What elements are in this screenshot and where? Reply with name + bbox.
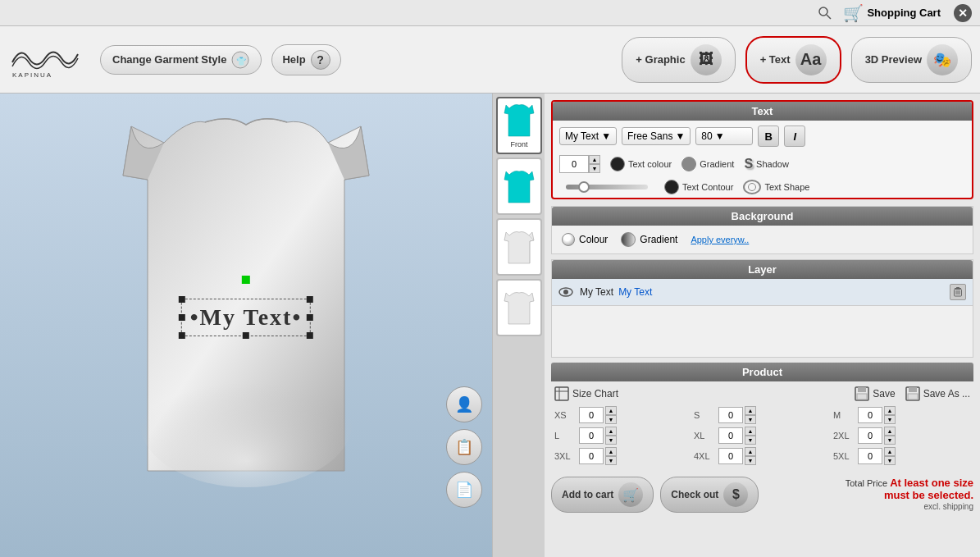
l-spin-down[interactable]: ▼ bbox=[605, 436, 617, 445]
size-4xl-input[interactable] bbox=[718, 448, 743, 464]
font-name-value: Free Sans bbox=[627, 130, 672, 142]
svg-point-5 bbox=[139, 356, 353, 487]
search-icon-btn[interactable] bbox=[814, 2, 836, 25]
layer-name-blue: My Text bbox=[618, 286, 652, 298]
2xl-spin-up[interactable]: ▲ bbox=[884, 427, 896, 436]
save-button[interactable]: Save bbox=[855, 386, 895, 401]
spin-down[interactable]: ▼ bbox=[589, 164, 600, 173]
text-button-label: + Text bbox=[760, 53, 791, 66]
xs-spin-up[interactable]: ▲ bbox=[605, 406, 617, 415]
svg-rect-9 bbox=[956, 287, 959, 289]
font-size-dropdown[interactable]: 80 ▼ bbox=[695, 127, 753, 145]
3xl-spin-up[interactable]: ▲ bbox=[605, 447, 617, 456]
xl-spin-up[interactable]: ▲ bbox=[745, 427, 756, 436]
text-shape-option[interactable]: Text Shape bbox=[743, 180, 809, 194]
thumbnail-front[interactable]: Front bbox=[496, 97, 542, 154]
shirt-text-container[interactable]: •My Text• bbox=[181, 299, 311, 336]
total-price-label: Total Price bbox=[846, 478, 887, 488]
cart-icon[interactable]: 🛒 bbox=[843, 3, 864, 23]
4xl-spin-down[interactable]: ▼ bbox=[745, 456, 756, 465]
size-5xl-label: 5XL bbox=[833, 451, 856, 461]
shadow-option[interactable]: S Shadow bbox=[744, 157, 788, 171]
bg-colour-radio[interactable] bbox=[562, 233, 575, 246]
graphic-icon: 🖼 bbox=[691, 44, 722, 75]
help-button[interactable]: Help ? bbox=[271, 44, 340, 75]
size-xl-input[interactable] bbox=[718, 427, 743, 444]
text-colour-option[interactable]: Text colour bbox=[610, 157, 672, 171]
text-contour-option[interactable]: Text Contour bbox=[664, 180, 733, 194]
handle-bl[interactable] bbox=[179, 332, 185, 339]
save-as-button[interactable]: Save As ... bbox=[905, 386, 970, 401]
size-s: S ▲▼ bbox=[694, 406, 831, 424]
font-dropdown[interactable]: Free Sans ▼ bbox=[622, 127, 691, 145]
background-panel: Background Colour Gradient Apply everyw.… bbox=[551, 206, 973, 254]
size-m-label: M bbox=[833, 410, 856, 420]
apply-everywhere-link[interactable]: Apply everyw.. bbox=[691, 235, 749, 244]
m-spin-down[interactable]: ▼ bbox=[884, 415, 896, 424]
italic-button[interactable]: I bbox=[784, 126, 805, 147]
thumbnail-back[interactable] bbox=[496, 158, 542, 215]
slider-thumb[interactable] bbox=[578, 181, 590, 193]
layer-delete-button[interactable] bbox=[950, 284, 966, 300]
size-xs: XS ▲▼ bbox=[554, 406, 691, 424]
l-spin-up[interactable]: ▲ bbox=[605, 427, 617, 436]
4xl-spin-up[interactable]: ▲ bbox=[745, 447, 756, 456]
paste-icon-btn[interactable]: 📄 bbox=[446, 472, 482, 508]
spin-up[interactable]: ▲ bbox=[589, 155, 600, 164]
size-5xl-input[interactable] bbox=[858, 448, 882, 464]
size-m: M ▲▼ bbox=[833, 406, 970, 424]
5xl-spin-down[interactable]: ▼ bbox=[884, 456, 896, 465]
svg-point-7 bbox=[563, 290, 568, 294]
xl-spin-down[interactable]: ▼ bbox=[745, 436, 756, 445]
person-icon-btn[interactable]: 👤 bbox=[446, 386, 482, 422]
3xl-spin-down[interactable]: ▼ bbox=[605, 456, 617, 465]
handle-tl[interactable] bbox=[179, 296, 185, 303]
thumbnail-right[interactable] bbox=[496, 279, 542, 336]
size-s-input[interactable] bbox=[718, 407, 743, 423]
visibility-icon[interactable] bbox=[558, 287, 573, 297]
size-2xl-input[interactable] bbox=[858, 427, 882, 444]
shopping-cart-area: 🛒 Shopping Cart bbox=[843, 3, 941, 23]
change-garment-button[interactable]: Change Garment Style 👕 bbox=[100, 45, 262, 75]
bg-gradient-option[interactable]: Gradient bbox=[621, 232, 677, 247]
5xl-spin-up[interactable]: ▲ bbox=[884, 447, 896, 456]
rotation-handle[interactable] bbox=[242, 276, 250, 284]
text-name-dropdown[interactable]: My Text ▼ bbox=[559, 127, 617, 145]
s-spin-down[interactable]: ▼ bbox=[745, 415, 756, 424]
thumbnail-left[interactable] bbox=[496, 218, 542, 276]
size-3xl-input[interactable] bbox=[579, 448, 604, 464]
size-l-input[interactable] bbox=[579, 427, 604, 444]
rotation-input[interactable] bbox=[559, 155, 589, 173]
graphic-label: + Graphic bbox=[636, 53, 685, 66]
add-to-cart-button[interactable]: Add to cart 🛒 bbox=[551, 477, 654, 513]
handle-mr[interactable] bbox=[307, 314, 313, 321]
checkout-button[interactable]: Check out $ bbox=[660, 477, 759, 513]
handle-bc[interactable] bbox=[243, 332, 249, 339]
size-m-input[interactable] bbox=[858, 407, 882, 423]
copy-icon-btn[interactable]: 📋 bbox=[446, 429, 482, 465]
text-contour-label: Text Contour bbox=[682, 182, 733, 192]
action-buttons: Add to cart 🛒 Check out $ bbox=[551, 477, 759, 513]
size-chart-button[interactable]: Size Chart bbox=[554, 386, 618, 401]
size-xs-input[interactable] bbox=[579, 407, 604, 423]
handle-br[interactable] bbox=[307, 332, 313, 339]
handle-ml[interactable] bbox=[179, 314, 185, 321]
size-xs-label: XS bbox=[554, 410, 577, 420]
text-button[interactable]: + Text Aa bbox=[745, 36, 841, 84]
save-as-label: Save As ... bbox=[923, 388, 970, 399]
text-shape-icon bbox=[743, 180, 761, 194]
xs-spin-down[interactable]: ▼ bbox=[605, 415, 617, 424]
layer-item[interactable]: My Text My Text bbox=[552, 279, 973, 306]
text-slider[interactable] bbox=[566, 185, 648, 189]
graphic-button[interactable]: + Graphic 🖼 bbox=[622, 37, 735, 83]
gradient-option[interactable]: Gradient bbox=[681, 157, 734, 171]
add-cart-label: Add to cart bbox=[562, 489, 613, 500]
s-spin-up[interactable]: ▲ bbox=[745, 406, 756, 415]
m-spin-up[interactable]: ▲ bbox=[884, 406, 896, 415]
2xl-spin-down[interactable]: ▼ bbox=[884, 436, 896, 445]
handle-tr[interactable] bbox=[307, 296, 313, 303]
bold-button[interactable]: B bbox=[758, 126, 779, 147]
close-button[interactable]: ✕ bbox=[954, 4, 972, 22]
3d-preview-button[interactable]: 3D Preview 🎭 bbox=[851, 37, 972, 83]
bg-colour-option[interactable]: Colour bbox=[562, 233, 608, 246]
